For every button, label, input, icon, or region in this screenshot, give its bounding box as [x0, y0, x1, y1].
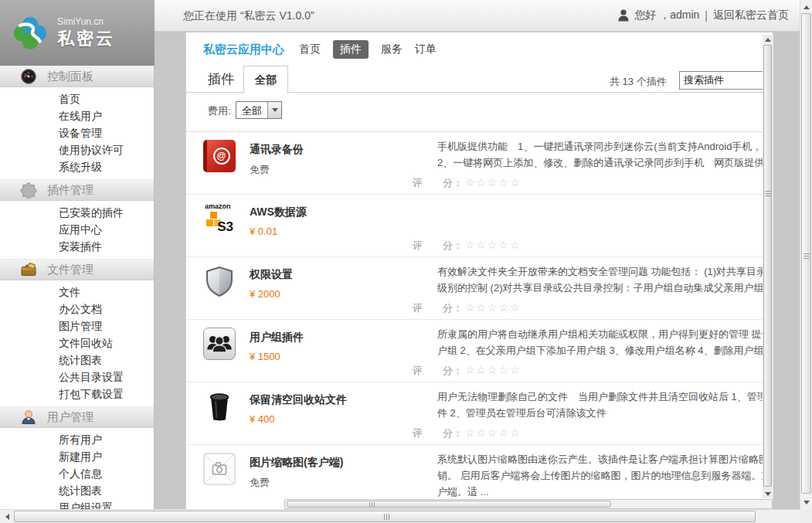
- plugin-name[interactable]: 权限设置: [250, 268, 293, 282]
- plugin-row[interactable]: @ 通讯录备份 免费 手机版提供功能 1、一键把通讯录同步到迷你云(当前支持An…: [186, 132, 773, 195]
- sidebar-item-recycle-bin[interactable]: 文件回收站: [0, 335, 154, 351]
- sidebar-item-all-users[interactable]: 所有用户: [0, 431, 154, 448]
- scroll-up-arrow[interactable]: [800, 1, 812, 13]
- fee-label: 费用:: [208, 104, 231, 118]
- nav-tab-plugins-active[interactable]: 插件: [333, 40, 369, 59]
- plugin-section-label: 插件: [208, 70, 234, 88]
- person-icon: [618, 9, 629, 22]
- app-window: SimiYun.cn 私密云 您正在使用 “私密云 V1.0.0” 您好 ，ad…: [0, 0, 812, 523]
- plugin-row[interactable]: amazonS3 AWS数据源 ¥ 0.01 评分：☆☆☆☆☆: [186, 195, 773, 257]
- sidebar-item-license[interactable]: 使用协议许可: [0, 141, 154, 158]
- plugin-name[interactable]: AWS数据源: [250, 205, 307, 219]
- section-title: 用户管理: [47, 410, 93, 425]
- simiyun-logo-icon: [12, 15, 48, 51]
- nav-tab-home[interactable]: 首页: [299, 42, 321, 56]
- scroll-left-arrow[interactable]: [1, 510, 14, 523]
- plugin-rating: 评分：☆☆☆☆☆: [413, 239, 522, 253]
- sidebar-item-user-statistics[interactable]: 统计图表: [0, 482, 154, 499]
- nav-tab-orders[interactable]: 订单: [415, 42, 437, 56]
- scroll-down-arrow[interactable]: [800, 496, 812, 508]
- sidebar-item-personal-info[interactable]: 个人信息: [0, 465, 154, 482]
- tab-all[interactable]: 全部: [243, 66, 288, 93]
- window-horizontal-scrollbar[interactable]: [0, 509, 812, 523]
- plugin-description: 所隶属的用户将自动继承用户组相关功能或权限，用户得到更好的管理 提供如下功能： …: [437, 326, 773, 358]
- pane-vertical-scrollbar[interactable]: [763, 35, 773, 498]
- star-rating-icons: ☆☆☆☆☆: [465, 239, 522, 251]
- logo-domain: SimiYun.cn: [57, 16, 115, 27]
- search-input[interactable]: [679, 71, 773, 90]
- plugin-row[interactable]: 用户组插件 ¥ 1500 所隶属的用户将自动继承用户组相关功能或权限，用户得到更…: [186, 320, 773, 382]
- logo-block: SimiYun.cn 私密云: [0, 0, 155, 66]
- address-book-icon: @: [203, 140, 236, 172]
- plugin-price: 免费: [250, 476, 270, 490]
- sidebar-item-install-plugin[interactable]: 安装插件: [0, 238, 154, 255]
- star-rating-icons: ☆☆☆☆☆: [465, 176, 522, 188]
- fee-select-value: 全部: [236, 102, 267, 118]
- sidebar-item-installed-plugins[interactable]: 已安装的插件: [0, 204, 154, 221]
- sidebar-item-device-management[interactable]: 设备管理: [0, 124, 154, 141]
- shield-icon: [203, 265, 236, 297]
- plugin-name[interactable]: 通讯录备份: [250, 143, 304, 157]
- sidebar-item-statistics[interactable]: 统计图表: [0, 351, 154, 368]
- sidebar-item-new-user[interactable]: 新建用户: [0, 448, 154, 465]
- sidebar-item-system-upgrade[interactable]: 系统升级: [0, 158, 154, 175]
- scrollbar-corner: [800, 509, 812, 523]
- plugin-description: 手机版提供功能 1、一键把通讯录同步到迷你云(当前支持Android手机，iPh…: [437, 138, 773, 171]
- sidebar-section-plugin-management: 插件管理: [0, 179, 154, 201]
- plugin-row[interactable]: 保留清空回收站文件 ¥ 400 用户无法物理删除自己的文件 当用户删除文件并且清…: [186, 382, 773, 445]
- briefcase-icon: [20, 261, 37, 278]
- photo-thumbnail-icon: [203, 453, 236, 485]
- star-rating-icons: ☆☆☆☆☆: [465, 426, 522, 439]
- section-title: 文件管理: [47, 263, 93, 277]
- user-group-icon: [203, 328, 236, 360]
- sidebar-item-public-dir-settings[interactable]: 公共目录设置: [0, 368, 154, 385]
- plugin-price: ¥ 2000: [250, 288, 280, 300]
- pane-horizontal-scrollbar[interactable]: [284, 499, 773, 509]
- plugin-rating: 评分：☆☆☆☆☆: [413, 176, 522, 190]
- plugin-price: ¥ 1500: [250, 351, 280, 362]
- plugin-name[interactable]: 用户组插件: [250, 331, 304, 345]
- return-home-link[interactable]: 返回私密云首页: [713, 8, 789, 22]
- sidebar-item-home[interactable]: 首页: [0, 90, 154, 107]
- sidebar-item-files[interactable]: 文件: [0, 284, 154, 301]
- star-rating-icons: ☆☆☆☆☆: [465, 364, 522, 376]
- app-center-pane: 私密云应用中心 首页 插件 服务 订单 插件 全部 共 13 个插件 费用: 全…: [185, 32, 773, 509]
- plugin-row[interactable]: 权限设置 ¥ 2000 有效解决文件夹全开放带来的文档安全管理问题 功能包括： …: [186, 257, 773, 320]
- sidebar-item-app-center[interactable]: 应用中心: [0, 221, 154, 238]
- plugin-name[interactable]: 图片缩略图(客户端): [250, 456, 343, 470]
- window-vscrollbar-thumb[interactable]: [801, 13, 811, 494]
- section-title: 控制面板: [47, 70, 93, 84]
- sidebar-item-office-docs[interactable]: 办公文档: [0, 301, 154, 318]
- section-title: 插件管理: [47, 183, 93, 198]
- nav-tab-services[interactable]: 服务: [381, 42, 403, 56]
- sidebar-item-image-management[interactable]: 图片管理: [0, 318, 154, 335]
- plugin-price: ¥ 400: [250, 413, 275, 425]
- scroll-up-arrow[interactable]: [763, 35, 773, 44]
- plugin-list: @ 通讯录备份 免费 手机版提供功能 1、一键把通讯录同步到迷你云(当前支持An…: [186, 131, 773, 509]
- app-center-title: 私密云应用中心: [203, 42, 284, 57]
- plugin-description: 用户无法物理删除自己的文件 当用户删除文件并且清空回收站后 1、管理员在管理后台…: [437, 389, 773, 421]
- plugin-rating: 评分：☆☆☆☆☆: [413, 301, 522, 315]
- plugin-rating: 评分：☆☆☆☆☆: [413, 426, 522, 440]
- plugin-description: 系统默认图片缩略图由迷你云产生。该插件是让客户端承担计算图片缩略图的任务，降低服…: [437, 451, 773, 500]
- sidebar-item-package-download-settings[interactable]: 打包下载设置: [0, 385, 154, 402]
- user-icon: [20, 409, 37, 426]
- window-hscrollbar-thumb[interactable]: [14, 511, 756, 522]
- plugin-description: 有效解决文件夹全开放带来的文档安全管理问题 功能包括： (1)对共享目录或公共目…: [437, 263, 773, 296]
- trash-bin-icon: [203, 390, 236, 423]
- scroll-down-arrow[interactable]: [763, 489, 773, 498]
- sidebar-section-user-management: 用户管理: [0, 406, 154, 428]
- topbar: 您正在使用 “私密云 V1.0.0” 您好 ，admin | 返回私密云首页: [155, 0, 800, 32]
- logo-name: 私密云: [57, 27, 115, 50]
- window-vertical-scrollbar[interactable]: [800, 0, 812, 509]
- sidebar-section-control-panel: 控制面板: [0, 66, 154, 87]
- sidebar-section-file-management: 文件管理: [0, 259, 154, 280]
- pane-vscrollbar-thumb[interactable]: [763, 45, 772, 487]
- puzzle-icon: [20, 182, 37, 199]
- fee-select[interactable]: 全部: [236, 101, 282, 119]
- pane-hscrollbar-thumb[interactable]: [287, 501, 611, 508]
- chevron-down-icon[interactable]: [267, 102, 281, 118]
- aws-s3-icon: amazonS3: [203, 202, 236, 235]
- plugin-name[interactable]: 保留清空回收站文件: [250, 393, 347, 407]
- sidebar-item-online-users[interactable]: 在线用户: [0, 107, 154, 124]
